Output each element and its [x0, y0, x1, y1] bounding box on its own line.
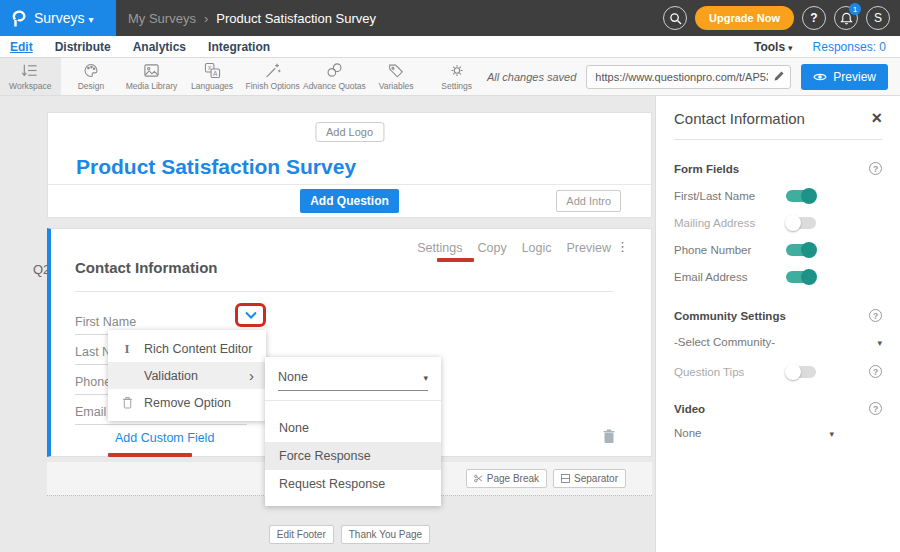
page-break-button[interactable]: Page Break — [466, 469, 547, 488]
survey-title[interactable]: Product Satisfaction Survey — [76, 155, 356, 179]
close-icon[interactable] — [871, 110, 882, 127]
question-more-kebab-icon[interactable] — [616, 239, 629, 254]
community-settings-label: Community Settings — [674, 310, 786, 322]
editor-toolbar: Workspace Design Media Library xA Langua… — [0, 58, 900, 96]
community-settings-header: Community Settings — [674, 309, 882, 322]
toggle-email-address[interactable] — [786, 271, 816, 283]
field-context-menu: Rich Content Editor Validation Remove Op… — [108, 330, 266, 421]
tools-dropdown[interactable]: Tools — [754, 40, 793, 54]
questionpro-logo-icon — [12, 10, 26, 27]
option-force-response[interactable]: Force Response — [265, 442, 441, 470]
toolbar-item-media-library[interactable]: Media Library — [121, 58, 182, 95]
toolbar-item-design[interactable]: Design — [61, 58, 122, 95]
thank-you-page-button[interactable]: Thank You Page — [341, 525, 430, 544]
section-tabs: Edit Distribute Analytics Integration — [10, 40, 270, 54]
question-preview-link[interactable]: Preview — [567, 241, 611, 255]
add-intro-button[interactable]: Add Intro — [556, 190, 621, 212]
toolbar-item-settings[interactable]: Settings — [426, 58, 487, 95]
scissors-icon — [474, 474, 483, 483]
menu-item-rich-content-editor[interactable]: Rich Content Editor — [108, 335, 266, 362]
help-icon[interactable] — [869, 309, 882, 322]
avatar[interactable]: S — [866, 6, 890, 30]
help-icon[interactable] — [869, 365, 882, 378]
add-logo-button[interactable]: Add Logo — [315, 122, 384, 142]
toolbar-item-languages[interactable]: xA Languages — [182, 58, 243, 95]
toolbar-item-advance-quotas[interactable]: Advance Quotas — [303, 58, 366, 95]
question-settings-link[interactable]: Settings — [417, 241, 462, 255]
menu-item-remove-option[interactable]: Remove Option — [108, 389, 266, 416]
toolbar-item-variables[interactable]: Variables — [366, 58, 427, 95]
toggle-phone-number[interactable] — [786, 244, 816, 256]
toggle-mailing-address[interactable] — [786, 217, 816, 229]
search-button[interactable] — [663, 6, 687, 30]
text-editor-icon — [120, 341, 134, 357]
panel-header: Contact Information — [674, 110, 882, 127]
panel-title: Contact Information — [674, 110, 805, 127]
responses-count-link[interactable]: Responses: 0 — [813, 40, 886, 54]
question-title[interactable]: Contact Information — [75, 259, 218, 276]
toggle-row-phone-number: Phone Number — [674, 244, 882, 256]
toggle-row-first-last-name: First/Last Name — [674, 190, 882, 202]
option-request-response[interactable]: Request Response — [265, 470, 441, 498]
add-custom-field-link[interactable]: Add Custom Field — [115, 431, 214, 445]
select-caret-icon — [829, 427, 834, 439]
panel-divider — [674, 139, 882, 140]
translate-icon: xA — [203, 62, 222, 79]
top-navbar: Surveys My Surveys Product Satisfaction … — [0, 0, 900, 36]
validation-select[interactable]: None — [278, 370, 428, 391]
search-icon — [669, 12, 682, 25]
question-copy-link[interactable]: Copy — [477, 241, 506, 255]
question-settings-panel: Contact Information Form Fields First/La… — [655, 96, 900, 552]
topnav-actions: Upgrade Now 1 S — [663, 6, 900, 30]
breadcrumb: My Surveys Product Satisfaction Survey — [128, 11, 376, 26]
form-fields-section-header: Form Fields — [674, 162, 882, 175]
edit-footer-button[interactable]: Edit Footer — [269, 525, 334, 544]
svg-text:A: A — [213, 70, 218, 77]
notification-badge: 1 — [849, 3, 861, 15]
option-none[interactable]: None — [265, 414, 441, 442]
delete-question-trash-icon[interactable] — [603, 429, 615, 444]
field-options-chevron-icon — [244, 311, 258, 319]
survey-url-input[interactable] — [586, 65, 791, 89]
workspace-icon — [20, 62, 40, 79]
help-icon[interactable] — [869, 402, 882, 415]
toolbar-item-workspace[interactable]: Workspace — [0, 58, 61, 95]
video-select[interactable]: None — [674, 427, 834, 439]
upgrade-now-button[interactable]: Upgrade Now — [695, 6, 794, 30]
separator-button[interactable]: Separator — [553, 469, 626, 488]
select-caret-icon — [423, 370, 428, 384]
tab-edit[interactable]: Edit — [10, 40, 33, 54]
preview-button[interactable]: Preview — [801, 64, 888, 90]
submenu-divider — [265, 400, 441, 401]
autosave-status: All changes saved — [487, 71, 576, 83]
edit-url-pencil-icon[interactable] — [773, 70, 785, 82]
add-question-button[interactable]: Add Question — [300, 189, 399, 213]
form-fields-label: Form Fields — [674, 163, 739, 175]
annotation-ring-field-options[interactable] — [235, 303, 266, 327]
tab-analytics[interactable]: Analytics — [133, 40, 186, 54]
image-icon — [142, 62, 161, 79]
trash-icon — [120, 396, 134, 409]
toggle-question-tips[interactable] — [786, 366, 816, 378]
survey-footer-actions: Edit Footer Thank You Page — [47, 525, 652, 544]
help-icon[interactable] — [869, 162, 882, 175]
toggle-first-last-name[interactable] — [786, 190, 816, 202]
separator-icon — [561, 474, 570, 483]
toggle-row-email-address: Email Address — [674, 271, 882, 283]
help-button[interactable] — [802, 6, 826, 30]
video-section-header: Video — [674, 402, 882, 415]
menu-item-validation[interactable]: Validation — [108, 362, 266, 389]
community-select[interactable]: -Select Community- — [674, 336, 882, 348]
submenu-chevron-right-icon — [249, 367, 254, 384]
toolbar-item-finish-options[interactable]: Finish Options — [242, 58, 303, 95]
validation-submenu: None None Force Response Request Respons… — [265, 357, 441, 506]
question-logic-link[interactable]: Logic — [522, 241, 552, 255]
tab-distribute[interactable]: Distribute — [55, 40, 111, 54]
product-switcher[interactable]: Surveys — [0, 0, 116, 36]
notifications-button[interactable]: 1 — [834, 6, 858, 30]
question-divider — [75, 291, 613, 292]
breadcrumb-current: Product Satisfaction Survey — [216, 11, 376, 26]
survey-header-actions: Add Question Add Intro — [48, 184, 651, 217]
tab-integration[interactable]: Integration — [208, 40, 270, 54]
breadcrumb-parent[interactable]: My Surveys — [128, 11, 196, 26]
